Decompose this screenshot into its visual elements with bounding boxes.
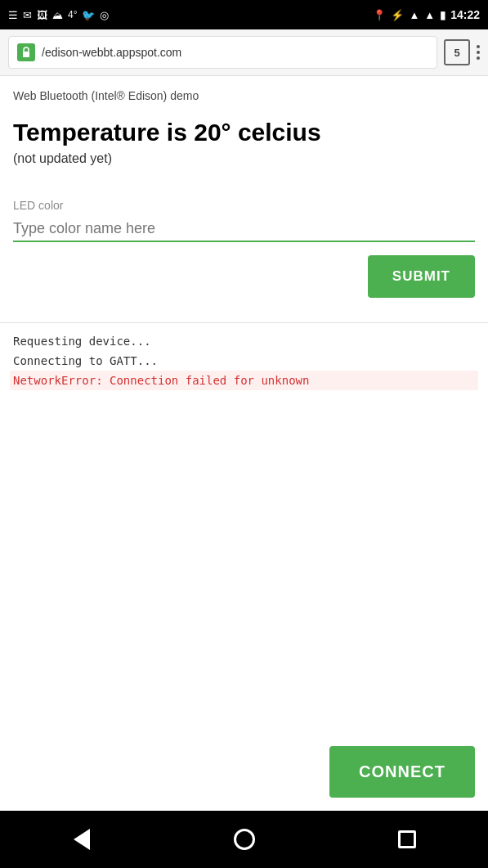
- connect-btn-wrapper: CONNECT: [329, 746, 475, 798]
- lock-icon: [17, 43, 35, 61]
- log-line-error: NetworkError: Connection failed for unkn…: [10, 371, 478, 390]
- back-button[interactable]: [65, 823, 98, 856]
- clock: 14:22: [450, 8, 480, 21]
- status-icons-left: ☰ ✉ 🖼 ⛰ 4° 🐦 ◎: [8, 9, 109, 21]
- main-content: Web Bluetooth (Intel® Edison) demo Tempe…: [0, 76, 488, 811]
- menu-button[interactable]: [477, 45, 480, 60]
- status-bar: ☰ ✉ 🖼 ⛰ 4° 🐦 ◎ 📍 ⚡ ▲ ▲ ▮ 14:22: [0, 0, 488, 29]
- signal-icon: ▲: [424, 9, 435, 21]
- temperature-icon: 4°: [68, 9, 77, 20]
- page-subtitle: Web Bluetooth (Intel® Edison) demo: [13, 89, 475, 102]
- address-bar[interactable]: /edison-webbt.appspot.com: [8, 36, 437, 69]
- wifi-icon: ▲: [409, 9, 419, 21]
- bluetooth-icon: ⚡: [391, 9, 404, 21]
- browser-chrome: /edison-webbt.appspot.com 5: [0, 29, 488, 76]
- twitter-icon: 🐦: [82, 9, 95, 21]
- mountain-icon: ⛰: [52, 9, 63, 21]
- led-color-section: LED color: [13, 199, 475, 242]
- submit-button[interactable]: SUBMIT: [368, 255, 475, 298]
- tab-count[interactable]: 5: [444, 39, 470, 65]
- home-button[interactable]: [228, 823, 261, 856]
- url-text: /edison-webbt.appspot.com: [42, 46, 181, 59]
- connect-button[interactable]: CONNECT: [329, 746, 475, 798]
- submit-row: SUBMIT: [13, 255, 475, 298]
- battery-icon: ▮: [440, 9, 445, 21]
- log-line-2: Connecting to GATT...: [13, 351, 475, 371]
- note-icon: ☰: [8, 9, 18, 21]
- chrome-icon: ◎: [100, 9, 109, 21]
- temperature-heading: Temperature is 20° celcius: [13, 119, 475, 146]
- not-updated-text: (not updated yet): [13, 151, 475, 166]
- recents-button[interactable]: [391, 823, 423, 856]
- svg-rect-0: [23, 52, 29, 57]
- location-icon: 📍: [373, 9, 386, 21]
- connect-area: CONNECT: [0, 680, 488, 811]
- status-icons-right: 📍 ⚡ ▲ ▲ ▮ 14:22: [373, 8, 480, 21]
- led-color-input[interactable]: [13, 217, 475, 242]
- email-icon: ✉: [23, 9, 32, 21]
- log-area: Requesting device... Connecting to GATT.…: [0, 323, 488, 398]
- log-line-1: Requesting device...: [13, 331, 475, 351]
- bottom-nav: [0, 811, 488, 868]
- led-label: LED color: [13, 199, 475, 212]
- image-icon: 🖼: [37, 9, 47, 21]
